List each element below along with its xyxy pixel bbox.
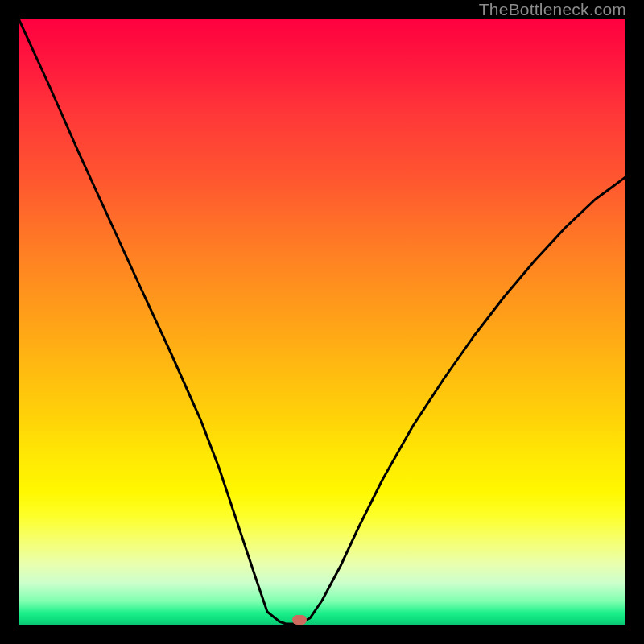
plot-area bbox=[19, 19, 625, 625]
curve-path bbox=[19, 19, 625, 624]
bottleneck-curve bbox=[19, 19, 625, 625]
optimal-marker bbox=[292, 615, 307, 625]
watermark: TheBottleneck.com bbox=[479, 0, 626, 19]
